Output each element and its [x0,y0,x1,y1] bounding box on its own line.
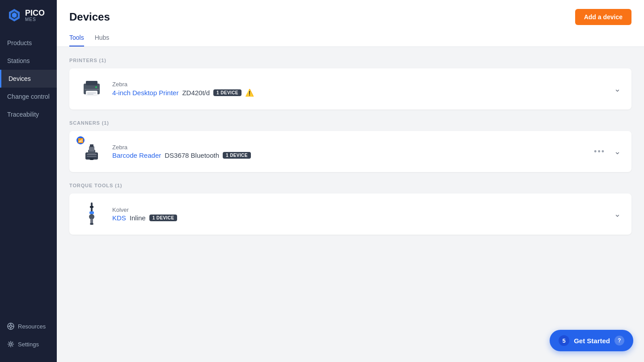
get-started-count: 5 [559,335,569,346]
svg-point-15 [95,86,97,88]
scanner-expand-button[interactable]: ⌄ [612,145,623,158]
settings-icon [7,341,14,348]
page-title: Devices [69,11,110,23]
svg-rect-13 [87,93,96,93]
get-started-label: Get Started [574,337,610,345]
sidebar-item-resources[interactable]: Resources [0,317,57,335]
svg-rect-21 [87,154,97,155]
printer-badge: 1 DEVICE [213,89,242,96]
svg-rect-27 [89,211,94,214]
sidebar-item-traceability[interactable]: Traceability [0,105,57,123]
torque-actions: ⌄ [612,207,623,221]
printer-brand: Zebra [112,81,605,88]
svg-rect-16 [85,89,99,90]
sidebar-item-stations[interactable]: Stations [0,52,57,70]
scanner-device-card: 📶 Zebra Barcode Reader DS3678 Bluetooth … [69,131,631,172]
sidebar-item-change-control[interactable]: Change control [0,88,57,105]
scanners-section-header: SCANNERS (1) [69,120,631,126]
main-header: Devices Add a device Tools Hubs [57,0,644,47]
logo-text-block: PICO MES [25,9,45,22]
torque-name-link[interactable]: KDS [112,214,126,222]
torque-brand: Kolver [112,206,605,213]
printer-icon [80,77,103,101]
torque-section-header: TORQUE TOOLS (1) [69,183,631,188]
get-started-button[interactable]: 5 Get Started ? [550,330,633,351]
main-content: Devices Add a device Tools Hubs PRINTERS… [57,0,644,362]
sidebar-item-settings[interactable]: Settings [0,335,57,353]
scanner-badge: 1 DEVICE [223,152,251,159]
torque-device-info: Kolver KDS Inline 1 DEVICE [112,206,605,222]
svg-point-23 [89,158,94,160]
content-area: PRINTERS (1) Zebra 4-inch Desktop Printe… [57,47,644,362]
svg-rect-28 [90,206,93,208]
logo: PICO MES [0,0,57,30]
svg-point-4 [10,325,12,328]
sidebar-nav: Products Stations Devices Change control… [0,30,57,317]
torque-name-row: KDS Inline 1 DEVICE [112,214,605,222]
torque-badge: 1 DEVICE [149,215,178,221]
scanner-icon [80,140,103,163]
svg-rect-14 [87,94,93,95]
printer-device-card: Zebra 4-inch Desktop Printer ZD420t/d 1 … [69,68,631,109]
tab-hubs[interactable]: Hubs [95,30,110,46]
printers-section-header: PRINTERS (1) [69,58,631,63]
get-started-help-icon: ? [614,336,624,345]
add-device-button[interactable]: Add a device [575,9,631,25]
resources-icon [7,323,14,330]
printer-device-info: Zebra 4-inch Desktop Printer ZD420t/d 1 … [112,81,605,97]
svg-point-29 [90,223,93,225]
sidebar: PICO MES Products Stations Devices Chang… [0,0,57,362]
printer-actions: ⌄ [612,82,623,96]
torque-model: Inline [130,214,146,222]
sidebar-bottom: Resources Settings [0,317,57,362]
scanner-brand: Zebra [112,144,585,151]
scanner-device-info: Zebra Barcode Reader DS3678 Bluetooth 1 … [112,144,585,159]
logo-name: PICO [25,9,45,17]
scanner-name-row: Barcode Reader DS3678 Bluetooth 1 DEVICE [112,152,585,159]
tabs: Tools Hubs [69,30,631,46]
torque-device-image [78,201,105,227]
printer-warning-icon: ⚠️ [245,88,254,97]
scanner-more-button[interactable]: ••• [592,145,607,158]
printer-model: ZD420t/d [182,89,210,97]
sidebar-item-products[interactable]: Products [0,34,57,52]
svg-rect-20 [90,144,93,147]
printer-name-row: 4-inch Desktop Printer ZD420t/d 1 DEVICE… [112,88,605,97]
svg-point-9 [10,343,12,345]
scanner-model: DS3678 Bluetooth [165,152,219,159]
scanner-actions: ••• ⌄ [592,145,623,158]
scanner-name-link[interactable]: Barcode Reader [112,152,161,159]
logo-sub: MES [25,17,45,22]
printer-expand-button[interactable]: ⌄ [612,82,623,96]
tab-tools[interactable]: Tools [69,30,84,46]
printer-device-image [78,76,105,102]
svg-rect-11 [86,81,97,85]
bluetooth-icon: 📶 [76,136,85,144]
torque-device-card: Kolver KDS Inline 1 DEVICE ⌄ [69,194,631,235]
scanner-device-image: 📶 [78,138,105,165]
header-top: Devices Add a device [69,9,631,25]
svg-rect-22 [87,156,97,157]
printer-name-link[interactable]: 4-inch Desktop Printer [112,89,178,97]
torque-tool-icon [83,202,101,227]
logo-icon [7,8,21,22]
sidebar-item-devices[interactable]: Devices [0,70,57,88]
torque-expand-button[interactable]: ⌄ [612,207,623,221]
